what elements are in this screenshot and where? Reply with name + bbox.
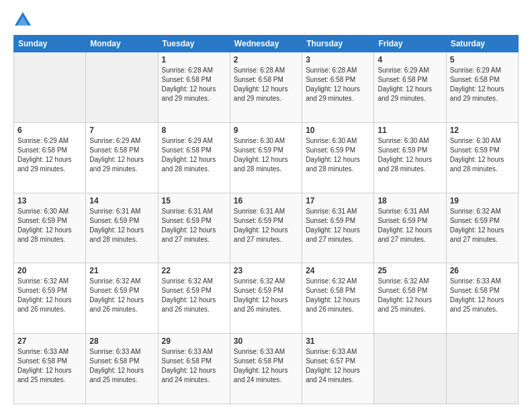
day-number: 28 [89, 336, 154, 346]
calendar-header: SundayMondayTuesdayWednesdayThursdayFrid… [14, 36, 519, 52]
day-info: Sunrise: 6:31 AMSunset: 6:59 PMDaylight:… [306, 207, 370, 244]
day-number: 8 [162, 126, 226, 135]
calendar-cell: 31Sunrise: 6:33 AMSunset: 6:57 PMDayligh… [302, 334, 374, 404]
calendar-cell: 16Sunrise: 6:31 AMSunset: 6:59 PMDayligh… [230, 193, 302, 263]
day-info: Sunrise: 6:32 AMSunset: 6:59 PMDaylight:… [450, 207, 515, 244]
weekday-header-saturday: Saturday [446, 36, 518, 52]
calendar-cell: 4Sunrise: 6:29 AMSunset: 6:58 PMDaylight… [374, 52, 446, 123]
day-info: Sunrise: 6:29 AMSunset: 6:58 PMDaylight:… [162, 136, 226, 174]
day-number: 11 [378, 126, 442, 135]
day-number: 17 [306, 196, 370, 205]
day-info: Sunrise: 6:33 AMSunset: 6:58 PMDaylight:… [89, 347, 154, 385]
day-info: Sunrise: 6:30 AMSunset: 6:59 PMDaylight:… [450, 136, 515, 174]
day-info: Sunrise: 6:29 AMSunset: 6:58 PMDaylight:… [17, 136, 82, 174]
day-number: 20 [17, 266, 82, 275]
calendar-week-2: 6Sunrise: 6:29 AMSunset: 6:58 PMDaylight… [14, 122, 519, 193]
calendar-cell: 12Sunrise: 6:30 AMSunset: 6:59 PMDayligh… [446, 122, 518, 193]
logo-icon [13, 11, 32, 30]
weekday-header-sunday: Sunday [14, 36, 86, 52]
calendar-cell: 20Sunrise: 6:32 AMSunset: 6:59 PMDayligh… [14, 263, 86, 334]
day-number: 29 [162, 336, 226, 346]
calendar-cell: 11Sunrise: 6:30 AMSunset: 6:59 PMDayligh… [374, 122, 446, 193]
calendar-cell: 7Sunrise: 6:29 AMSunset: 6:58 PMDaylight… [86, 122, 158, 193]
calendar-cell: 23Sunrise: 6:32 AMSunset: 6:59 PMDayligh… [230, 263, 302, 334]
day-info: Sunrise: 6:31 AMSunset: 6:59 PMDaylight:… [89, 207, 154, 244]
page: SundayMondayTuesdayWednesdayThursdayFrid… [0, 0, 532, 411]
day-number: 15 [162, 196, 226, 205]
calendar-cell: 18Sunrise: 6:31 AMSunset: 6:59 PMDayligh… [374, 193, 446, 263]
day-number: 6 [17, 126, 82, 135]
calendar-cell: 26Sunrise: 6:33 AMSunset: 6:58 PMDayligh… [446, 263, 518, 334]
day-number: 25 [378, 266, 442, 275]
calendar-table: SundayMondayTuesdayWednesdayThursdayFrid… [13, 35, 519, 404]
calendar-cell: 25Sunrise: 6:32 AMSunset: 6:58 PMDayligh… [374, 263, 446, 334]
calendar-cell: 5Sunrise: 6:29 AMSunset: 6:58 PMDaylight… [446, 52, 518, 123]
day-info: Sunrise: 6:33 AMSunset: 6:58 PMDaylight:… [234, 347, 298, 385]
day-info: Sunrise: 6:32 AMSunset: 6:59 PMDaylight:… [89, 277, 154, 314]
day-number: 30 [234, 336, 298, 346]
day-info: Sunrise: 6:29 AMSunset: 6:58 PMDaylight:… [89, 136, 154, 174]
header [13, 11, 519, 30]
day-info: Sunrise: 6:30 AMSunset: 6:59 PMDaylight:… [234, 136, 298, 174]
day-info: Sunrise: 6:30 AMSunset: 6:59 PMDaylight:… [306, 136, 370, 174]
calendar-week-1: 1Sunrise: 6:28 AMSunset: 6:58 PMDaylight… [14, 52, 519, 123]
calendar-week-5: 27Sunrise: 6:33 AMSunset: 6:58 PMDayligh… [14, 334, 519, 404]
calendar-cell: 3Sunrise: 6:28 AMSunset: 6:58 PMDaylight… [302, 52, 374, 123]
calendar-cell: 2Sunrise: 6:28 AMSunset: 6:58 PMDaylight… [230, 52, 302, 123]
day-info: Sunrise: 6:33 AMSunset: 6:57 PMDaylight:… [306, 347, 370, 385]
day-info: Sunrise: 6:31 AMSunset: 6:59 PMDaylight:… [234, 207, 298, 244]
calendar-cell: 19Sunrise: 6:32 AMSunset: 6:59 PMDayligh… [446, 193, 518, 263]
day-number: 3 [306, 55, 370, 64]
day-number: 19 [450, 196, 515, 205]
calendar-cell [446, 334, 518, 404]
day-number: 24 [306, 266, 370, 275]
calendar-cell: 30Sunrise: 6:33 AMSunset: 6:58 PMDayligh… [230, 334, 302, 404]
calendar-cell: 13Sunrise: 6:30 AMSunset: 6:59 PMDayligh… [14, 193, 86, 263]
calendar-week-4: 20Sunrise: 6:32 AMSunset: 6:59 PMDayligh… [14, 263, 519, 334]
day-info: Sunrise: 6:32 AMSunset: 6:59 PMDaylight:… [162, 277, 226, 314]
weekday-header-friday: Friday [374, 36, 446, 52]
day-info: Sunrise: 6:31 AMSunset: 6:59 PMDaylight:… [378, 207, 442, 244]
calendar-cell: 24Sunrise: 6:32 AMSunset: 6:58 PMDayligh… [302, 263, 374, 334]
calendar-cell: 8Sunrise: 6:29 AMSunset: 6:58 PMDaylight… [158, 122, 230, 193]
day-number: 31 [306, 336, 370, 346]
day-number: 5 [450, 55, 515, 64]
calendar-cell: 29Sunrise: 6:33 AMSunset: 6:58 PMDayligh… [158, 334, 230, 404]
calendar-cell [86, 52, 158, 123]
day-number: 12 [450, 126, 515, 135]
day-info: Sunrise: 6:32 AMSunset: 6:58 PMDaylight:… [306, 277, 370, 314]
weekday-header-thursday: Thursday [302, 36, 374, 52]
calendar-cell [374, 334, 446, 404]
weekday-header-monday: Monday [86, 36, 158, 52]
day-number: 18 [378, 196, 442, 205]
day-number: 13 [17, 196, 82, 205]
day-info: Sunrise: 6:32 AMSunset: 6:59 PMDaylight:… [17, 277, 82, 314]
day-info: Sunrise: 6:28 AMSunset: 6:58 PMDaylight:… [306, 66, 370, 103]
day-number: 27 [17, 336, 82, 346]
calendar-week-3: 13Sunrise: 6:30 AMSunset: 6:59 PMDayligh… [14, 193, 519, 263]
day-info: Sunrise: 6:30 AMSunset: 6:59 PMDaylight:… [378, 136, 442, 174]
day-number: 9 [234, 126, 298, 135]
day-info: Sunrise: 6:29 AMSunset: 6:58 PMDaylight:… [378, 66, 442, 103]
weekday-header-tuesday: Tuesday [158, 36, 230, 52]
calendar-cell: 6Sunrise: 6:29 AMSunset: 6:58 PMDaylight… [14, 122, 86, 193]
calendar-cell: 9Sunrise: 6:30 AMSunset: 6:59 PMDaylight… [230, 122, 302, 193]
day-number: 14 [89, 196, 154, 205]
day-info: Sunrise: 6:31 AMSunset: 6:59 PMDaylight:… [162, 207, 226, 244]
day-info: Sunrise: 6:30 AMSunset: 6:59 PMDaylight:… [17, 207, 82, 244]
weekday-row: SundayMondayTuesdayWednesdayThursdayFrid… [14, 36, 519, 52]
calendar-cell: 27Sunrise: 6:33 AMSunset: 6:58 PMDayligh… [14, 334, 86, 404]
calendar-cell: 22Sunrise: 6:32 AMSunset: 6:59 PMDayligh… [158, 263, 230, 334]
calendar-cell: 14Sunrise: 6:31 AMSunset: 6:59 PMDayligh… [86, 193, 158, 263]
day-number: 1 [162, 55, 226, 64]
day-info: Sunrise: 6:28 AMSunset: 6:58 PMDaylight:… [234, 66, 298, 103]
calendar-cell: 15Sunrise: 6:31 AMSunset: 6:59 PMDayligh… [158, 193, 230, 263]
weekday-header-wednesday: Wednesday [230, 36, 302, 52]
calendar-cell: 21Sunrise: 6:32 AMSunset: 6:59 PMDayligh… [86, 263, 158, 334]
logo [13, 11, 35, 30]
day-info: Sunrise: 6:33 AMSunset: 6:58 PMDaylight:… [162, 347, 226, 385]
calendar-cell: 17Sunrise: 6:31 AMSunset: 6:59 PMDayligh… [302, 193, 374, 263]
day-number: 7 [89, 126, 154, 135]
day-info: Sunrise: 6:28 AMSunset: 6:58 PMDaylight:… [162, 66, 226, 103]
calendar-cell: 28Sunrise: 6:33 AMSunset: 6:58 PMDayligh… [86, 334, 158, 404]
